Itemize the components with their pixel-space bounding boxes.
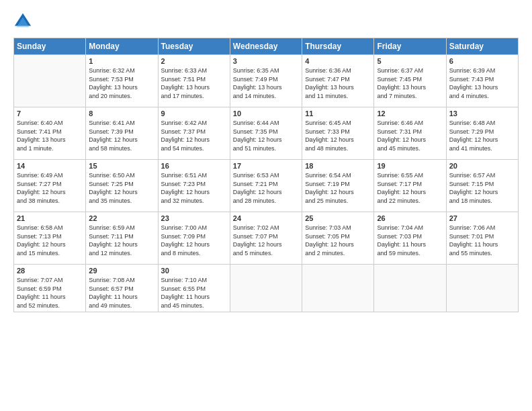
cell-content: Sunrise: 6:36 AM Sunset: 7:47 PM Dayligh… (305, 66, 371, 100)
day-number: 1 (89, 57, 154, 65)
calendar-week-4: 21Sunrise: 6:58 AM Sunset: 7:13 PM Dayli… (14, 212, 519, 265)
cell-content: Sunrise: 6:55 AM Sunset: 7:17 PM Dayligh… (377, 171, 443, 205)
day-number: 22 (89, 214, 154, 222)
cell-content: Sunrise: 6:46 AM Sunset: 7:31 PM Dayligh… (377, 119, 443, 152)
calendar-cell: 5Sunrise: 6:37 AM Sunset: 7:45 PM Daylig… (374, 55, 446, 107)
cell-content: Sunrise: 6:39 AM Sunset: 7:43 PM Dayligh… (449, 66, 515, 100)
calendar-cell: 7Sunrise: 6:40 AM Sunset: 7:41 PM Daylig… (14, 107, 86, 160)
day-number: 5 (377, 57, 443, 65)
cell-content: Sunrise: 7:10 AM Sunset: 6:55 PM Dayligh… (161, 276, 227, 310)
calendar-cell: 26Sunrise: 7:04 AM Sunset: 7:03 PM Dayli… (374, 212, 446, 265)
calendar-cell: 25Sunrise: 7:03 AM Sunset: 7:05 PM Dayli… (302, 212, 374, 265)
day-number: 6 (449, 57, 515, 65)
calendar-cell: 15Sunrise: 6:50 AM Sunset: 7:25 PM Dayli… (86, 160, 158, 212)
calendar-cell: 24Sunrise: 7:02 AM Sunset: 7:07 PM Dayli… (230, 212, 302, 265)
day-number: 4 (305, 57, 371, 65)
day-number: 11 (305, 109, 371, 118)
weekday-header-tuesday: Tuesday (158, 38, 230, 55)
cell-content: Sunrise: 6:33 AM Sunset: 7:51 PM Dayligh… (161, 66, 227, 100)
calendar-page: SundayMondayTuesdayWednesdayThursdayFrid… (0, 0, 532, 411)
day-number: 20 (449, 162, 515, 170)
calendar-cell: 3Sunrise: 6:35 AM Sunset: 7:49 PM Daylig… (230, 55, 302, 107)
cell-content: Sunrise: 6:54 AM Sunset: 7:19 PM Dayligh… (305, 171, 371, 205)
cell-content: Sunrise: 6:45 AM Sunset: 7:33 PM Dayligh… (305, 119, 371, 152)
weekday-header-saturday: Saturday (446, 38, 518, 55)
calendar-cell: 14Sunrise: 6:49 AM Sunset: 7:27 PM Dayli… (14, 160, 86, 212)
weekday-header-sunday: Sunday (14, 38, 86, 55)
calendar-cell (230, 265, 302, 312)
calendar-cell: 12Sunrise: 6:46 AM Sunset: 7:31 PM Dayli… (374, 107, 446, 160)
header (13, 12, 519, 31)
day-number: 29 (89, 267, 154, 275)
cell-content: Sunrise: 6:59 AM Sunset: 7:11 PM Dayligh… (89, 224, 154, 257)
cell-content: Sunrise: 7:06 AM Sunset: 7:01 PM Dayligh… (449, 224, 515, 257)
day-number: 18 (305, 162, 371, 170)
calendar-header-row: SundayMondayTuesdayWednesdayThursdayFrid… (14, 38, 519, 55)
cell-content: Sunrise: 6:57 AM Sunset: 7:15 PM Dayligh… (449, 171, 515, 205)
day-number: 2 (161, 57, 227, 65)
weekday-header-monday: Monday (86, 38, 158, 55)
cell-content: Sunrise: 6:41 AM Sunset: 7:39 PM Dayligh… (89, 119, 154, 152)
day-number: 7 (17, 109, 83, 118)
calendar-cell (374, 265, 446, 312)
calendar-cell: 23Sunrise: 7:00 AM Sunset: 7:09 PM Dayli… (158, 212, 230, 265)
day-number: 27 (449, 214, 515, 222)
day-number: 9 (161, 109, 227, 118)
day-number: 8 (89, 109, 154, 118)
day-number: 21 (17, 214, 83, 222)
cell-content: Sunrise: 7:04 AM Sunset: 7:03 PM Dayligh… (377, 224, 443, 257)
cell-content: Sunrise: 7:07 AM Sunset: 6:59 PM Dayligh… (17, 276, 83, 310)
calendar-cell (446, 265, 518, 312)
day-number: 24 (233, 214, 299, 222)
calendar-cell: 21Sunrise: 6:58 AM Sunset: 7:13 PM Dayli… (14, 212, 86, 265)
day-number: 16 (161, 162, 227, 170)
cell-content: Sunrise: 6:42 AM Sunset: 7:37 PM Dayligh… (161, 119, 227, 152)
calendar-cell: 9Sunrise: 6:42 AM Sunset: 7:37 PM Daylig… (158, 107, 230, 160)
calendar-cell: 27Sunrise: 7:06 AM Sunset: 7:01 PM Dayli… (446, 212, 518, 265)
cell-content: Sunrise: 6:40 AM Sunset: 7:41 PM Dayligh… (17, 119, 83, 152)
cell-content: Sunrise: 7:02 AM Sunset: 7:07 PM Dayligh… (233, 224, 299, 257)
day-number: 19 (377, 162, 443, 170)
day-number: 25 (305, 214, 371, 222)
day-number: 17 (233, 162, 299, 170)
calendar-week-1: 1Sunrise: 6:32 AM Sunset: 7:53 PM Daylig… (14, 55, 519, 107)
cell-content: Sunrise: 6:32 AM Sunset: 7:53 PM Dayligh… (89, 66, 154, 100)
day-number: 14 (17, 162, 83, 170)
cell-content: Sunrise: 7:08 AM Sunset: 6:57 PM Dayligh… (89, 276, 154, 310)
calendar-week-2: 7Sunrise: 6:40 AM Sunset: 7:41 PM Daylig… (14, 107, 519, 160)
calendar-table: SundayMondayTuesdayWednesdayThursdayFrid… (13, 38, 519, 312)
cell-content: Sunrise: 7:00 AM Sunset: 7:09 PM Dayligh… (161, 224, 227, 257)
cell-content: Sunrise: 6:53 AM Sunset: 7:21 PM Dayligh… (233, 171, 299, 205)
cell-content: Sunrise: 6:37 AM Sunset: 7:45 PM Dayligh… (377, 66, 443, 100)
day-number: 12 (377, 109, 443, 118)
calendar-cell: 20Sunrise: 6:57 AM Sunset: 7:15 PM Dayli… (446, 160, 518, 212)
calendar-cell: 22Sunrise: 6:59 AM Sunset: 7:11 PM Dayli… (86, 212, 158, 265)
calendar-cell: 2Sunrise: 6:33 AM Sunset: 7:51 PM Daylig… (158, 55, 230, 107)
calendar-cell: 13Sunrise: 6:48 AM Sunset: 7:29 PM Dayli… (446, 107, 518, 160)
cell-content: Sunrise: 7:03 AM Sunset: 7:05 PM Dayligh… (305, 224, 371, 257)
weekday-header-thursday: Thursday (302, 38, 374, 55)
weekday-header-wednesday: Wednesday (230, 38, 302, 55)
calendar-cell: 8Sunrise: 6:41 AM Sunset: 7:39 PM Daylig… (86, 107, 158, 160)
calendar-cell: 29Sunrise: 7:08 AM Sunset: 6:57 PM Dayli… (86, 265, 158, 312)
cell-content: Sunrise: 6:44 AM Sunset: 7:35 PM Dayligh… (233, 119, 299, 152)
cell-content: Sunrise: 6:49 AM Sunset: 7:27 PM Dayligh… (17, 171, 83, 205)
day-number: 30 (161, 267, 227, 275)
day-number: 3 (233, 57, 299, 65)
calendar-week-5: 28Sunrise: 7:07 AM Sunset: 6:59 PM Dayli… (14, 265, 519, 312)
calendar-cell (302, 265, 374, 312)
day-number: 23 (161, 214, 227, 222)
calendar-cell: 6Sunrise: 6:39 AM Sunset: 7:43 PM Daylig… (446, 55, 518, 107)
calendar-cell: 18Sunrise: 6:54 AM Sunset: 7:19 PM Dayli… (302, 160, 374, 212)
day-number: 28 (17, 267, 83, 275)
day-number: 10 (233, 109, 299, 118)
day-number: 15 (89, 162, 154, 170)
cell-content: Sunrise: 6:50 AM Sunset: 7:25 PM Dayligh… (89, 171, 154, 205)
cell-content: Sunrise: 6:58 AM Sunset: 7:13 PM Dayligh… (17, 224, 83, 257)
calendar-cell (14, 55, 86, 107)
cell-content: Sunrise: 6:35 AM Sunset: 7:49 PM Dayligh… (233, 66, 299, 100)
calendar-cell: 11Sunrise: 6:45 AM Sunset: 7:33 PM Dayli… (302, 107, 374, 160)
day-number: 26 (377, 214, 443, 222)
day-number: 13 (449, 109, 515, 118)
calendar-cell: 19Sunrise: 6:55 AM Sunset: 7:17 PM Dayli… (374, 160, 446, 212)
